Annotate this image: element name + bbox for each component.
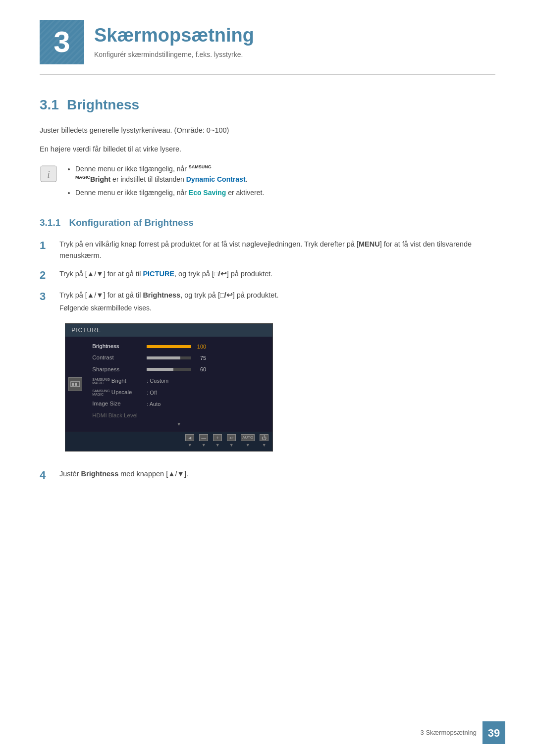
chapter-title-block: Skærmopsætning Konfigurér skærmindstilli… [94,24,254,60]
subsection-title-text: Konfiguration af Brightness [69,217,194,228]
chapter-header: 3 Skærmopsætning Konfigurér skærmindstil… [40,20,495,75]
osd-btn-auto: AUTO ▼ [241,434,255,449]
brightness-label-step3: Brightness [143,291,180,299]
note-box: i Denne menu er ikke tilgængelig, når SA… [40,164,495,201]
page-wrapper: 3 Skærmopsætning Konfigurér skærmindstil… [0,0,535,756]
osd-sidebar [65,341,85,428]
brightness-label-step4: Brightness [81,470,119,478]
osd-item-brightness: Brightness 100 [89,341,268,352]
page-footer: 3 Skærmopsætning 39 [421,721,505,744]
section-desc1: Juster billedets generelle lysstyrkenive… [40,125,495,136]
subsection-title: 3.1.1 Konfiguration af Brightness [40,216,495,230]
osd-item-magic-bright: SAMSUNGMAGIC Bright : Custom [89,375,268,387]
osd-item-magic-upscale: SAMSUNGMAGIC Upscale : Off [89,387,268,398]
step-3: 3 Tryk på [▲/▼] for at gå til Brightness… [40,290,495,461]
osd-menu: Brightness 100 Contrast [85,341,272,428]
chapter-subtitle: Konfigurér skærmindstillingerne, f.eks. … [94,50,254,60]
step-2: 2 Tryk på [▲/▼] for at gå til PICTURE, o… [40,268,495,283]
svg-rect-3 [72,383,74,386]
subsection-number: 3.1.1 [40,217,60,228]
enter-key-3: □/↩ [220,291,233,299]
section-title: Brightness [67,95,139,115]
osd-footer: ◄ ▼ — ▼ + ▼ ↩ ▼ [65,432,272,451]
section-number: 3.1 [40,95,59,115]
osd-arrow-down: ▼ [89,421,268,428]
osd-item-contrast: Contrast 75 [89,352,268,363]
section-desc2: En højere værdi får billedet til at virk… [40,144,495,155]
chapter-title: Skærmopsætning [94,24,254,47]
osd-body: Brightness 100 Contrast [65,337,272,432]
osd-btn-power: ⏻ ▼ [260,434,268,449]
section-header: 3.1 Brightness [40,95,495,115]
picture-label: PICTURE [143,270,174,278]
osd-header: PICTURE [65,324,272,337]
enter-key-2: □/↩ [214,270,227,278]
step-4: 4 Justér Brightness med knappen [▲/▼]. [40,468,495,483]
osd-item-image-size: Image Size : Auto [89,398,268,409]
note-item-1: Denne menu er ikke tilgængelig, når SAMS… [75,164,264,185]
steps-list: 1 Tryk på en vilkårlig knap forrest på p… [40,239,495,483]
osd-sidebar-icon [68,377,82,391]
svg-rect-4 [75,383,77,386]
osd-item-sharpness: Sharpness 60 [89,364,268,375]
osd-screenshot: PICTURE [65,323,273,452]
footer-chapter-label: 3 Skærmopsætning [421,728,477,738]
note-item-2: Denne menu er ikke tilgængelig, når Eco … [75,188,264,198]
note-icon: i [40,165,57,183]
chapter-number: 3 [40,20,84,64]
bright-label: Bright [90,175,110,183]
osd-btn-left: ◄ ▼ [185,434,194,449]
menu-key: MENU [359,240,380,248]
note-bullets: Denne menu er ikke tilgængelig, når SAMS… [65,164,264,201]
footer-page-number: 39 [482,721,505,744]
step-3-note: Følgende skærmbillede vises. [59,303,278,313]
osd-btn-enter: ↩ ▼ [227,434,236,449]
osd-btn-minus: — ▼ [199,434,208,449]
osd-btn-plus: + ▼ [213,434,222,449]
svg-text:i: i [47,169,50,180]
step-1: 1 Tryk på en vilkårlig knap forrest på p… [40,239,495,261]
osd-item-hdmi: HDMI Black Level [89,410,268,421]
